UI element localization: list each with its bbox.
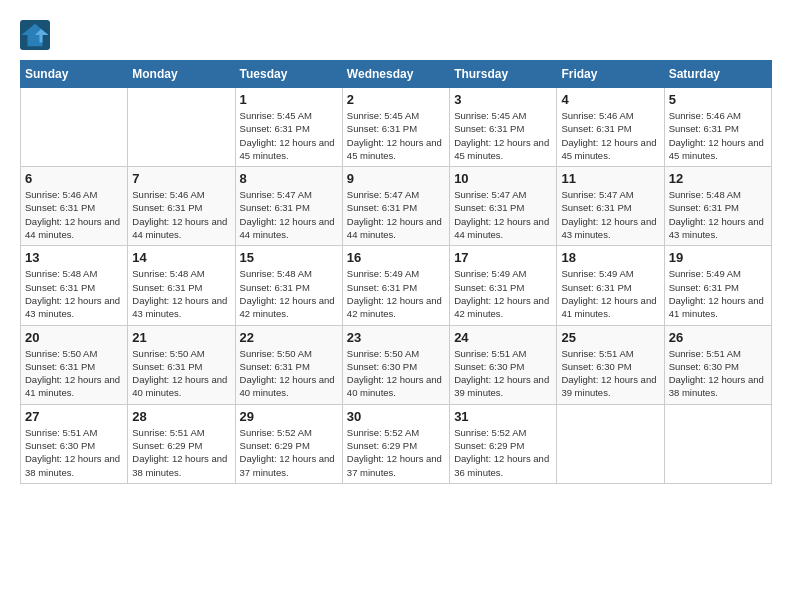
calendar-day-cell: 7Sunrise: 5:46 AMSunset: 6:31 PMDaylight… (128, 167, 235, 246)
day-number: 14 (132, 250, 230, 265)
day-info: Sunrise: 5:46 AMSunset: 6:31 PMDaylight:… (25, 188, 123, 241)
page-header (20, 20, 772, 50)
weekday-header: Tuesday (235, 61, 342, 88)
day-number: 28 (132, 409, 230, 424)
day-number: 17 (454, 250, 552, 265)
day-number: 8 (240, 171, 338, 186)
calendar-day-cell: 17Sunrise: 5:49 AMSunset: 6:31 PMDayligh… (450, 246, 557, 325)
day-info: Sunrise: 5:46 AMSunset: 6:31 PMDaylight:… (669, 109, 767, 162)
day-info: Sunrise: 5:48 AMSunset: 6:31 PMDaylight:… (240, 267, 338, 320)
day-number: 7 (132, 171, 230, 186)
day-number: 12 (669, 171, 767, 186)
day-number: 19 (669, 250, 767, 265)
day-number: 29 (240, 409, 338, 424)
day-number: 22 (240, 330, 338, 345)
day-number: 5 (669, 92, 767, 107)
day-info: Sunrise: 5:49 AMSunset: 6:31 PMDaylight:… (669, 267, 767, 320)
weekday-header: Thursday (450, 61, 557, 88)
calendar-day-cell: 22Sunrise: 5:50 AMSunset: 6:31 PMDayligh… (235, 325, 342, 404)
day-info: Sunrise: 5:51 AMSunset: 6:29 PMDaylight:… (132, 426, 230, 479)
calendar-day-cell: 1Sunrise: 5:45 AMSunset: 6:31 PMDaylight… (235, 88, 342, 167)
calendar-day-cell: 2Sunrise: 5:45 AMSunset: 6:31 PMDaylight… (342, 88, 449, 167)
day-number: 3 (454, 92, 552, 107)
calendar-table: SundayMondayTuesdayWednesdayThursdayFrid… (20, 60, 772, 484)
day-number: 6 (25, 171, 123, 186)
calendar-day-cell: 24Sunrise: 5:51 AMSunset: 6:30 PMDayligh… (450, 325, 557, 404)
day-number: 26 (669, 330, 767, 345)
day-info: Sunrise: 5:46 AMSunset: 6:31 PMDaylight:… (561, 109, 659, 162)
day-info: Sunrise: 5:52 AMSunset: 6:29 PMDaylight:… (454, 426, 552, 479)
calendar-day-cell: 5Sunrise: 5:46 AMSunset: 6:31 PMDaylight… (664, 88, 771, 167)
day-info: Sunrise: 5:45 AMSunset: 6:31 PMDaylight:… (454, 109, 552, 162)
day-info: Sunrise: 5:50 AMSunset: 6:30 PMDaylight:… (347, 347, 445, 400)
weekday-header: Wednesday (342, 61, 449, 88)
day-info: Sunrise: 5:47 AMSunset: 6:31 PMDaylight:… (561, 188, 659, 241)
calendar-day-cell: 4Sunrise: 5:46 AMSunset: 6:31 PMDaylight… (557, 88, 664, 167)
day-number: 15 (240, 250, 338, 265)
calendar-header-row: SundayMondayTuesdayWednesdayThursdayFrid… (21, 61, 772, 88)
weekday-header: Friday (557, 61, 664, 88)
day-number: 11 (561, 171, 659, 186)
calendar-day-cell: 25Sunrise: 5:51 AMSunset: 6:30 PMDayligh… (557, 325, 664, 404)
calendar-day-cell (128, 88, 235, 167)
day-number: 27 (25, 409, 123, 424)
logo (20, 20, 54, 50)
day-info: Sunrise: 5:52 AMSunset: 6:29 PMDaylight:… (240, 426, 338, 479)
day-info: Sunrise: 5:50 AMSunset: 6:31 PMDaylight:… (132, 347, 230, 400)
calendar-day-cell: 26Sunrise: 5:51 AMSunset: 6:30 PMDayligh… (664, 325, 771, 404)
day-info: Sunrise: 5:46 AMSunset: 6:31 PMDaylight:… (132, 188, 230, 241)
day-number: 9 (347, 171, 445, 186)
day-info: Sunrise: 5:47 AMSunset: 6:31 PMDaylight:… (347, 188, 445, 241)
calendar-day-cell: 12Sunrise: 5:48 AMSunset: 6:31 PMDayligh… (664, 167, 771, 246)
day-info: Sunrise: 5:48 AMSunset: 6:31 PMDaylight:… (132, 267, 230, 320)
calendar-day-cell: 3Sunrise: 5:45 AMSunset: 6:31 PMDaylight… (450, 88, 557, 167)
day-info: Sunrise: 5:51 AMSunset: 6:30 PMDaylight:… (561, 347, 659, 400)
calendar-day-cell: 28Sunrise: 5:51 AMSunset: 6:29 PMDayligh… (128, 404, 235, 483)
day-number: 25 (561, 330, 659, 345)
day-info: Sunrise: 5:48 AMSunset: 6:31 PMDaylight:… (669, 188, 767, 241)
calendar-day-cell: 11Sunrise: 5:47 AMSunset: 6:31 PMDayligh… (557, 167, 664, 246)
day-info: Sunrise: 5:51 AMSunset: 6:30 PMDaylight:… (454, 347, 552, 400)
day-number: 21 (132, 330, 230, 345)
day-number: 31 (454, 409, 552, 424)
day-number: 16 (347, 250, 445, 265)
day-number: 20 (25, 330, 123, 345)
day-info: Sunrise: 5:47 AMSunset: 6:31 PMDaylight:… (454, 188, 552, 241)
calendar-day-cell: 8Sunrise: 5:47 AMSunset: 6:31 PMDaylight… (235, 167, 342, 246)
day-number: 13 (25, 250, 123, 265)
weekday-header: Monday (128, 61, 235, 88)
calendar-week-row: 6Sunrise: 5:46 AMSunset: 6:31 PMDaylight… (21, 167, 772, 246)
day-info: Sunrise: 5:50 AMSunset: 6:31 PMDaylight:… (25, 347, 123, 400)
calendar-day-cell: 30Sunrise: 5:52 AMSunset: 6:29 PMDayligh… (342, 404, 449, 483)
calendar-day-cell (664, 404, 771, 483)
calendar-day-cell: 16Sunrise: 5:49 AMSunset: 6:31 PMDayligh… (342, 246, 449, 325)
day-number: 1 (240, 92, 338, 107)
day-info: Sunrise: 5:49 AMSunset: 6:31 PMDaylight:… (347, 267, 445, 320)
calendar-day-cell: 31Sunrise: 5:52 AMSunset: 6:29 PMDayligh… (450, 404, 557, 483)
calendar-day-cell: 20Sunrise: 5:50 AMSunset: 6:31 PMDayligh… (21, 325, 128, 404)
day-number: 4 (561, 92, 659, 107)
day-info: Sunrise: 5:52 AMSunset: 6:29 PMDaylight:… (347, 426, 445, 479)
calendar-week-row: 27Sunrise: 5:51 AMSunset: 6:30 PMDayligh… (21, 404, 772, 483)
weekday-header: Sunday (21, 61, 128, 88)
weekday-header: Saturday (664, 61, 771, 88)
day-info: Sunrise: 5:51 AMSunset: 6:30 PMDaylight:… (669, 347, 767, 400)
calendar-day-cell: 6Sunrise: 5:46 AMSunset: 6:31 PMDaylight… (21, 167, 128, 246)
day-info: Sunrise: 5:50 AMSunset: 6:31 PMDaylight:… (240, 347, 338, 400)
calendar-day-cell (557, 404, 664, 483)
calendar-day-cell: 29Sunrise: 5:52 AMSunset: 6:29 PMDayligh… (235, 404, 342, 483)
calendar-day-cell: 15Sunrise: 5:48 AMSunset: 6:31 PMDayligh… (235, 246, 342, 325)
day-number: 23 (347, 330, 445, 345)
day-info: Sunrise: 5:49 AMSunset: 6:31 PMDaylight:… (561, 267, 659, 320)
day-info: Sunrise: 5:47 AMSunset: 6:31 PMDaylight:… (240, 188, 338, 241)
day-info: Sunrise: 5:48 AMSunset: 6:31 PMDaylight:… (25, 267, 123, 320)
calendar-day-cell: 18Sunrise: 5:49 AMSunset: 6:31 PMDayligh… (557, 246, 664, 325)
calendar-week-row: 13Sunrise: 5:48 AMSunset: 6:31 PMDayligh… (21, 246, 772, 325)
calendar-day-cell: 27Sunrise: 5:51 AMSunset: 6:30 PMDayligh… (21, 404, 128, 483)
day-number: 18 (561, 250, 659, 265)
calendar-day-cell (21, 88, 128, 167)
day-number: 2 (347, 92, 445, 107)
calendar-day-cell: 10Sunrise: 5:47 AMSunset: 6:31 PMDayligh… (450, 167, 557, 246)
calendar-week-row: 20Sunrise: 5:50 AMSunset: 6:31 PMDayligh… (21, 325, 772, 404)
day-info: Sunrise: 5:45 AMSunset: 6:31 PMDaylight:… (240, 109, 338, 162)
